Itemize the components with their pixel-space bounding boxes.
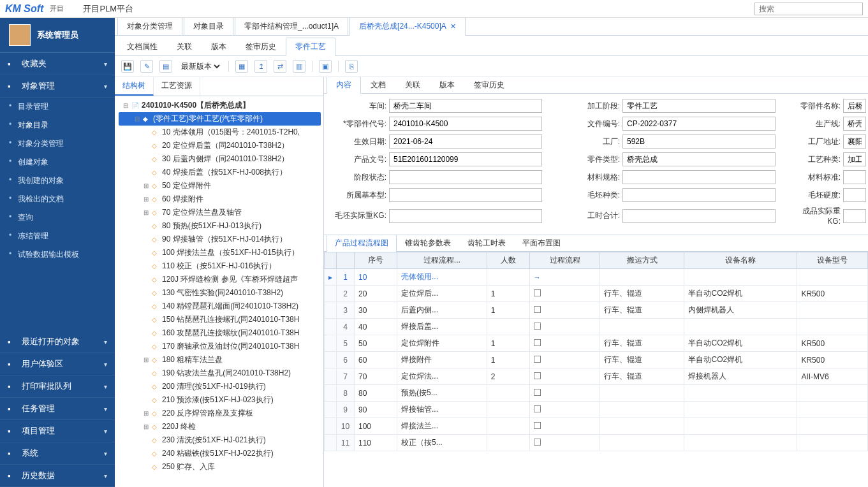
rtabs-item[interactable]: 签审历史 bbox=[464, 77, 514, 93]
tree-node[interactable]: ◇110 校正（按51XF-HJ-016执行） bbox=[119, 259, 321, 273]
nav-sub-item[interactable]: 查询 bbox=[0, 208, 115, 227]
line-input[interactable] bbox=[843, 117, 866, 131]
ltabs-item[interactable]: 工艺资源 bbox=[154, 77, 200, 96]
nav-sub-item[interactable]: 我检出的文档 bbox=[0, 190, 115, 208]
btabs-item[interactable]: 锥齿轮参数表 bbox=[397, 235, 459, 251]
tree-node[interactable]: ⊞◇220 反序焊管路座及支撑板 bbox=[119, 407, 321, 420]
tree-node[interactable]: ◇20 定位焊后盖（同2401010-T38H2） bbox=[119, 139, 321, 152]
grid-header[interactable]: 搬运方式 bbox=[600, 252, 684, 269]
table-row[interactable]: 2 20 定位焊后... 1 行车、辊道 半自动CO2焊机 KR500 bbox=[325, 286, 868, 302]
effdate-input[interactable] bbox=[389, 134, 542, 149]
tool-edit-icon[interactable]: ✎ bbox=[140, 60, 153, 73]
tree-node[interactable]: ⊞◇60 焊接附件 bbox=[119, 193, 321, 206]
proctype-input[interactable] bbox=[843, 152, 866, 166]
tree-node[interactable]: ◇30 后盖内侧焊（同2401010-T38H2） bbox=[119, 152, 321, 166]
btabs-item[interactable]: 产品过程流程图 bbox=[327, 235, 397, 252]
blanktype-input[interactable] bbox=[622, 188, 776, 202]
grid-header[interactable]: 过程流程... bbox=[397, 252, 487, 269]
worktime-input[interactable] bbox=[622, 209, 776, 223]
tool-grid-icon[interactable]: ▦ bbox=[235, 60, 248, 73]
tree-expand-icon[interactable]: ⊞ bbox=[143, 423, 149, 430]
tree-expand-icon[interactable]: ⊞ bbox=[143, 182, 149, 189]
tree-node[interactable]: ⊟📄2401010-K4500【后桥壳总成】 bbox=[119, 99, 321, 112]
sub-tabs-item[interactable]: 签审历史 bbox=[236, 38, 286, 55]
sub-tabs-item[interactable]: 关联 bbox=[167, 38, 202, 55]
factory-input[interactable] bbox=[622, 134, 776, 149]
tree-node[interactable]: ◇90 焊接轴管（按51XF-HJ-014执行） bbox=[119, 233, 321, 246]
table-row[interactable]: 4 40 焊接后盖... bbox=[325, 319, 868, 335]
partname-input[interactable] bbox=[843, 99, 866, 113]
nav-sub-item[interactable]: 对象目录 bbox=[0, 116, 115, 134]
tree-node[interactable]: ◇10 壳体领用（015图号：2401015-T2H0, bbox=[119, 126, 321, 139]
grid-header[interactable]: 序号 bbox=[355, 252, 397, 269]
tree-node[interactable]: ⊞◇180 粗精车法兰盘 bbox=[119, 353, 321, 367]
table-row[interactable]: 5 50 定位焊附件 1 行车、辊道 半自动CO2焊机 KR500 bbox=[325, 335, 868, 352]
tree-expand-icon[interactable]: ⊞ bbox=[143, 209, 149, 216]
tree-node[interactable]: ⊟◆(零件工艺)零件工艺(汽车零部件) bbox=[119, 112, 321, 126]
tool-view-icon[interactable]: ▣ bbox=[319, 60, 332, 73]
addr-input[interactable] bbox=[843, 134, 866, 149]
top-tabs-item[interactable]: 零部件结构管理_...oduct1]A bbox=[235, 18, 348, 35]
sub-tabs-item[interactable]: 文档属性 bbox=[117, 38, 167, 55]
tool-db-icon[interactable]: ▤ bbox=[159, 60, 172, 73]
version-select[interactable]: 最新版本 bbox=[179, 61, 222, 71]
nav-sub-item[interactable]: 目录管理 bbox=[0, 98, 115, 116]
tree-expand-icon[interactable]: ⊞ bbox=[143, 196, 149, 203]
tool-compare-icon[interactable]: ⇄ bbox=[274, 60, 286, 73]
finwt-input[interactable] bbox=[843, 209, 866, 223]
nav-sub-item[interactable]: 创建对象 bbox=[0, 153, 115, 171]
nav-section-grid[interactable]: ▪用户体验区▾ bbox=[0, 353, 115, 375]
base-input[interactable] bbox=[389, 188, 542, 202]
tree-node[interactable]: ◇120J 环焊缝检测 参见《车桥环焊缝超声 bbox=[119, 273, 321, 286]
sub-tabs-item[interactable]: 零件工艺 bbox=[286, 38, 335, 56]
sub-tabs-item[interactable]: 版本 bbox=[202, 38, 236, 55]
tree-node[interactable]: ◇210 预涂漆(按51XF-HJ-023执行) bbox=[119, 393, 321, 407]
parttype-input[interactable] bbox=[622, 152, 776, 166]
workshop-input[interactable] bbox=[389, 99, 542, 113]
tree-expand-icon[interactable]: ⊟ bbox=[134, 115, 140, 122]
nav-section-clock[interactable]: ▪最近打开的对象▾ bbox=[0, 331, 115, 353]
stage-input[interactable] bbox=[622, 99, 776, 113]
table-row[interactable]: 8 80 预热(按5... bbox=[325, 385, 868, 402]
table-row[interactable]: 7 70 定位焊法... 2 行车、辊道 焊接机器人 AII-MV6 bbox=[325, 368, 868, 385]
matstd-input[interactable] bbox=[843, 170, 866, 184]
table-row[interactable]: 6 60 焊接附件 1 行车、辊道 半自动CO2焊机 KR500 bbox=[325, 352, 868, 368]
matspec-input[interactable] bbox=[622, 170, 776, 184]
btabs-item[interactable]: 齿轮工时表 bbox=[459, 235, 514, 251]
blankwt-input[interactable] bbox=[389, 209, 542, 223]
prodno-input[interactable] bbox=[389, 152, 542, 166]
top-tabs-item[interactable]: 对象目录 bbox=[184, 18, 233, 35]
table-row[interactable]: 9 90 焊接轴管... bbox=[325, 402, 868, 418]
table-row[interactable]: 3 30 后盖内侧... 1 行车、辊道 内侧焊机器人 bbox=[325, 302, 868, 319]
nav-section-task[interactable]: ▪任务管理▾ bbox=[0, 398, 115, 420]
sstate-input[interactable] bbox=[389, 170, 542, 184]
tree-node[interactable]: ◇160 攻琵琶孔连接螺纹(同2401010-T38H bbox=[119, 326, 321, 340]
tree-node[interactable]: ⊞◇50 定位焊附件 bbox=[119, 179, 321, 193]
nav-sub-item[interactable]: 试验数据输出模板 bbox=[0, 245, 115, 264]
grid-header[interactable]: 人数 bbox=[487, 252, 529, 269]
tool-up-icon[interactable]: ↥ bbox=[254, 60, 267, 73]
tree-node[interactable]: ◇80 预热(按51XF-HJ-013执行) bbox=[119, 219, 321, 233]
tree-expand-icon[interactable]: ⊟ bbox=[122, 102, 129, 109]
grid-header[interactable]: 设备名称 bbox=[684, 252, 797, 269]
nav-section-print[interactable]: ▪打印审批队列▾ bbox=[0, 375, 115, 398]
tree-node[interactable]: ◇40 焊接后盖（按51XF-HJ-008执行） bbox=[119, 166, 321, 179]
nav-section-star[interactable]: ▪收藏夹▾ bbox=[0, 53, 115, 75]
btabs-item[interactable]: 平面布置图 bbox=[514, 235, 569, 251]
tree-node[interactable]: ◇200 清理(按51XF-HJ-019执行) bbox=[119, 380, 321, 393]
partcode-input[interactable] bbox=[389, 117, 542, 131]
tree-node[interactable]: ◇250 贮存、入库 bbox=[119, 460, 321, 474]
fileno-input[interactable] bbox=[622, 117, 776, 131]
tree-expand-icon[interactable]: ⊞ bbox=[143, 410, 149, 417]
ltabs-item[interactable]: 结构树 bbox=[115, 77, 154, 96]
tool-save-icon[interactable]: 💾 bbox=[121, 60, 134, 73]
rtabs-item[interactable]: 文档 bbox=[361, 77, 395, 93]
nav-section-gear[interactable]: ▪系统▾ bbox=[0, 442, 115, 465]
close-icon[interactable]: ✕ bbox=[450, 22, 456, 30]
nav-sub-item[interactable]: 冻结管理 bbox=[0, 227, 115, 245]
tree-node[interactable]: ◇230 清洗(按51XF-HJ-021执行) bbox=[119, 433, 321, 447]
tree-node[interactable]: ◇170 磨轴承位及油封位(同2401010-T38H bbox=[119, 340, 321, 353]
nav-sub-item[interactable]: 我创建的对象 bbox=[0, 171, 115, 190]
rtabs-item[interactable]: 关联 bbox=[395, 77, 430, 93]
tree-node[interactable]: ⊞◇70 定位焊法兰盘及轴管 bbox=[119, 206, 321, 219]
